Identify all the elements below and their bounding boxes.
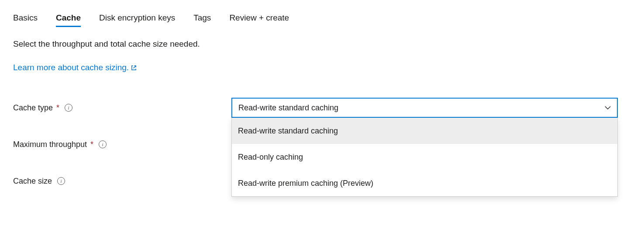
tabs-bar: Basics Cache Disk encryption keys Tags R… <box>13 13 631 27</box>
learn-more-text: Learn more about cache sizing. <box>13 63 129 72</box>
cache-size-label: Cache size <box>13 177 52 186</box>
cache-type-row: Cache type * i Read-write standard cachi… <box>13 98 631 118</box>
required-indicator: * <box>56 103 59 113</box>
max-throughput-label: Maximum throughput <box>13 140 87 149</box>
tab-disk-encryption-keys[interactable]: Disk encryption keys <box>99 13 175 27</box>
info-icon[interactable]: i <box>57 177 65 185</box>
info-icon[interactable]: i <box>99 140 107 148</box>
cache-type-label-wrap: Cache type * i <box>13 103 231 113</box>
info-icon[interactable]: i <box>65 104 72 112</box>
learn-more-link[interactable]: Learn more about cache sizing. <box>13 63 137 72</box>
cache-type-option[interactable]: Read-write standard caching <box>232 118 617 144</box>
external-link-icon <box>131 65 137 71</box>
cache-size-label-wrap: Cache size i <box>13 177 231 186</box>
cache-type-label: Cache type <box>13 103 53 113</box>
cache-type-selected-value: Read-write standard caching <box>238 103 338 113</box>
cache-type-option[interactable]: Read-only caching <box>232 144 617 170</box>
tab-review-create[interactable]: Review + create <box>229 13 289 27</box>
required-indicator: * <box>90 140 93 149</box>
cache-type-control: Read-write standard caching Read-write s… <box>231 98 618 118</box>
tab-cache[interactable]: Cache <box>56 13 81 27</box>
tab-tags[interactable]: Tags <box>193 13 211 27</box>
cache-type-option[interactable]: Read-write premium caching (Preview) <box>232 170 617 196</box>
tab-basics[interactable]: Basics <box>13 13 38 27</box>
page-description: Select the throughput and total cache si… <box>13 39 631 49</box>
cache-type-select[interactable]: Read-write standard caching <box>231 98 618 118</box>
cache-type-dropdown: Read-write standard caching Read-only ca… <box>231 118 618 197</box>
chevron-down-icon <box>605 106 611 109</box>
max-throughput-label-wrap: Maximum throughput * i <box>13 140 231 149</box>
